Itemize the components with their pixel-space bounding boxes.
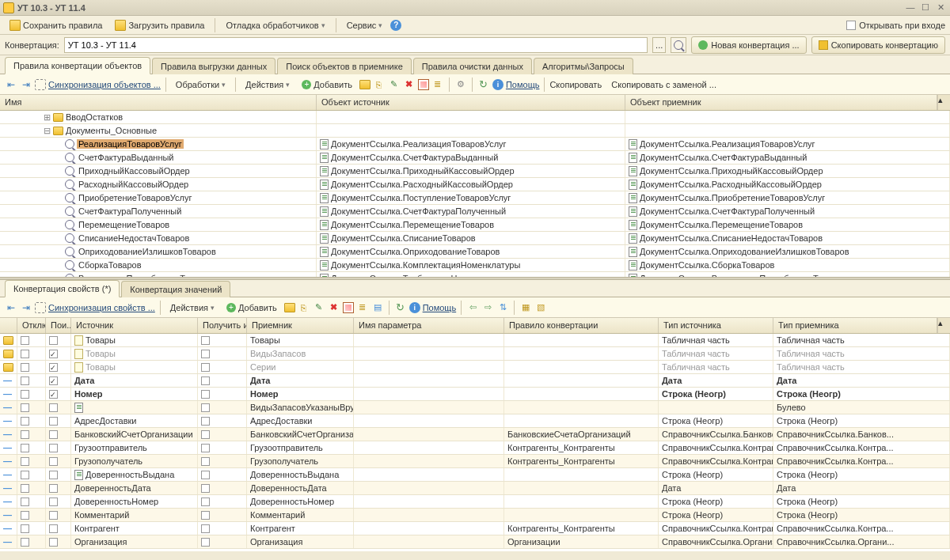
table-row[interactable]: — АдресДоставки АдресДоставки Строка (Не… [0,414,950,428]
help-link[interactable]: Помощь [506,80,540,89]
collapse-left-icon[interactable]: ⇤ [5,301,17,314]
table-row[interactable]: — Номер Номер Строка (Неогр) Строка (Нео… [0,388,950,401]
collapse-right-icon[interactable]: ⇥ [20,78,32,91]
copy-replace-label[interactable]: Скопировать с заменой ... [611,80,716,89]
lower-actions-dropdown[interactable]: Действия [165,301,219,315]
table-row[interactable]: — Комментарий Комментарий Строка (Неогр)… [0,509,950,522]
copy-icon[interactable]: ⎘ [298,301,310,314]
new-conversion-button[interactable]: Новая конвертация ... [691,36,806,54]
load-rules-button[interactable]: Загрузить правила [110,17,209,33]
sync-objects-link[interactable]: Синхронизация объектов ... [48,80,161,89]
edit-icon[interactable]: ✎ [313,301,325,314]
table-row[interactable]: Товары ВидыЗапасов Табличная часть Табли… [0,347,950,361]
table-row[interactable]: — Грузоотправитель Грузоотправитель Конт… [0,441,950,455]
delete-icon[interactable]: ✖ [328,301,340,314]
add-button[interactable]: + Добавить [297,78,357,92]
col-source[interactable]: Источник [71,318,198,333]
col-target[interactable]: Объект приемник [625,95,937,110]
grid-body[interactable]: ⊞ ВводОстатков⊟ Документы_Основные Реали… [0,111,950,277]
col-get[interactable]: Получить и... [198,318,247,333]
col-search[interactable]: Пои... [46,318,71,333]
tree-folder-row[interactable]: ⊟ Документы_Основные [0,124,950,138]
col-disable[interactable]: Отключи... [17,318,46,333]
col-rule[interactable]: Правило конвертации [504,318,659,333]
table-row[interactable]: Товары Товары Табличная часть Табличная … [0,334,950,347]
lower-grid-body[interactable]: Товары Товары Табличная часть Табличная … [0,334,950,551]
close-button[interactable]: ✕ [934,2,947,13]
list-icon[interactable]: ▤ [371,301,384,314]
table-row[interactable]: РасходныйКассовыйОрдер ДокументСсылка.Ра… [0,178,950,191]
copy-conversion-button[interactable]: Скопировать конвертацию [811,36,945,54]
open-on-enter-checkbox[interactable] [846,21,856,30]
tab-search-target[interactable]: Поиск объектов в приемнике [277,58,412,74]
table-row[interactable]: СчетФактураПолученный ДокументСсылка.Сче… [0,205,950,218]
table-row[interactable]: ПриобретениеТоваровУслуг ДокументСсылка.… [0,191,950,205]
sort-icon[interactable]: ⇅ [496,301,509,314]
collapse-left-icon[interactable]: ⇤ [5,78,17,91]
table-row[interactable]: — БанковскийСчетОрганизации БанковскийСч… [0,428,950,441]
lower-help-link[interactable]: Помощь [423,303,457,312]
table-row[interactable]: — Дата Дата Дата Дата [0,374,950,388]
info-icon[interactable]: i [492,79,504,90]
table-row[interactable]: — ДоверенностьВыдана ДоверенностьВыдана … [0,468,950,482]
tab-algorithms[interactable]: Алгоритмы\Запросы [534,58,633,74]
next-icon[interactable]: ⇨ [481,301,494,314]
maximize-button[interactable]: ☐ [919,2,932,13]
refresh-icon[interactable]: ↻ [477,78,490,91]
hierarchy-icon[interactable]: ≣ [431,78,444,91]
add-folder-icon[interactable] [359,80,370,89]
processing-dropdown[interactable]: Обработки [171,78,230,92]
lower-add-button[interactable]: + Добавить [222,301,282,315]
table-row[interactable]: — ДоверенностьНомер ДоверенностьНомер Ст… [0,495,950,509]
settings-icon[interactable]: ⚙ [454,78,467,91]
table-row[interactable]: — Организация Организация Организации Сп… [0,535,950,549]
table-row[interactable]: — ДоверенностьДата ДоверенностьДата Дата… [0,482,950,495]
table-row[interactable]: СборкаТоваров ДокументСсылка.Комплектаци… [0,259,950,272]
tab-property-conversion[interactable]: Конвертация свойств (*) [5,280,120,297]
tab-export-rules[interactable]: Правила выгрузки данных [152,58,276,74]
extra1-icon[interactable]: ▦ [519,301,532,314]
tab-cleanup-rules[interactable]: Правила очистки данных [413,58,532,74]
service-dropdown[interactable]: Сервис [342,18,388,32]
conversion-browse-button[interactable]: ... [652,37,666,53]
tab-conversion-rules[interactable]: Правила конвертации объектов [5,57,150,74]
col-target[interactable]: Приемник [247,318,354,333]
toggle-icon[interactable] [418,79,429,90]
copy-label[interactable]: Скопировать [549,80,602,89]
toggle-icon[interactable] [343,302,354,313]
table-row[interactable]: — Грузополучатель Грузополучатель Контра… [0,455,950,468]
debug-handlers-dropdown[interactable]: Отладка обработчиков [221,18,329,32]
col-name[interactable]: Имя [0,95,317,110]
help-icon[interactable]: ? [390,20,401,31]
table-row[interactable]: ПеремещениеТоваров ДокументСсылка.Переме… [0,218,950,232]
collapse-right-icon[interactable]: ⇥ [20,301,32,314]
hierarchy-icon[interactable]: ≣ [356,301,369,314]
table-row[interactable]: СчетФактураВыданный ДокументСсылка.СчетФ… [0,151,950,165]
save-rules-button[interactable]: Сохранить правила [5,17,107,33]
conversion-input[interactable] [64,37,648,53]
extra2-icon[interactable]: ▧ [534,301,547,314]
add-folder-icon[interactable] [284,303,295,312]
minimize-button[interactable]: — [904,2,917,12]
table-row[interactable]: ПриходныйКассовыйОрдер ДокументСсылка.Пр… [0,165,950,178]
prev-icon[interactable]: ⇦ [466,301,479,314]
table-row[interactable]: ОприходованиеИзлишковТоваров ДокументСсы… [0,245,950,259]
table-row[interactable]: СписаниеНедостачТоваров ДокументСсылка.С… [0,232,950,245]
col-tgttype[interactable]: Тип приемника [773,318,937,333]
copy-icon[interactable]: ⎘ [373,78,386,91]
refresh-icon[interactable]: ↻ [394,301,407,314]
sync-props-link[interactable]: Синхронизация свойств ... [48,303,155,312]
col-param[interactable]: Имя параметра [354,318,504,333]
info-icon[interactable]: i [409,302,420,313]
table-row[interactable]: РеализацияТоваровУслуг ДокументСсылка.Ре… [0,138,950,151]
col-srctype[interactable]: Тип источника [659,318,773,333]
table-row[interactable]: Товары Серии Табличная часть Табличная ч… [0,361,950,374]
conversion-search-button[interactable] [671,37,686,53]
table-row[interactable]: — Контрагент Контрагент Контрагенты_Конт… [0,522,950,535]
col-source[interactable]: Объект источник [317,95,625,110]
delete-icon[interactable]: ✖ [403,78,416,91]
table-row[interactable]: — ВидыЗапасовУказаныВруч... Булево [0,401,950,414]
table-row[interactable]: ВнутреннееПотреблениеТоваров ДокументСсы… [0,272,950,277]
edit-icon[interactable]: ✎ [388,78,401,91]
actions-dropdown[interactable]: Действия [241,78,294,92]
